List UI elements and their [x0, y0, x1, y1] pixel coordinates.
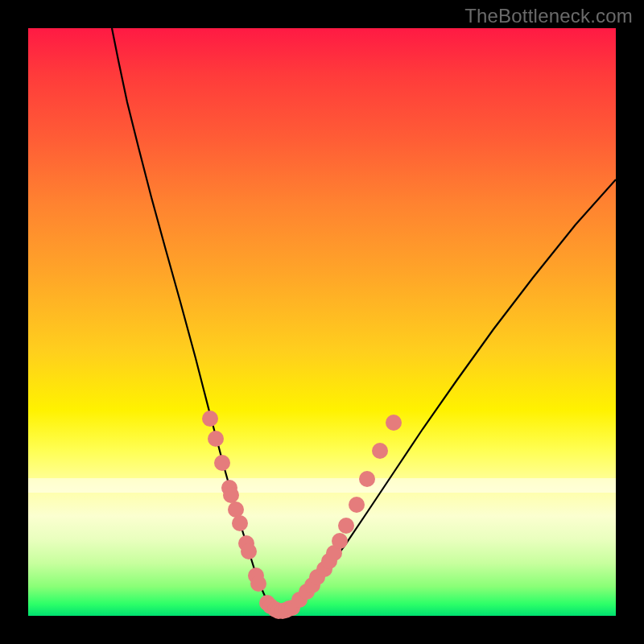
bottleneck-curve [112, 28, 616, 611]
plot-area [28, 28, 616, 616]
curve-marker [202, 411, 218, 427]
curve-marker [223, 487, 239, 503]
curve-marker [386, 415, 402, 431]
curve-marker [338, 518, 354, 534]
curve-marker [372, 443, 388, 459]
curve-marker [208, 431, 224, 447]
chart-svg [28, 28, 616, 616]
curve-marker [214, 455, 230, 471]
curve-marker [232, 515, 248, 531]
curve-marker [250, 576, 266, 592]
curve-marker [241, 543, 257, 559]
chart-frame: TheBottleneck.com [0, 0, 644, 644]
watermark-text: TheBottleneck.com [464, 5, 633, 27]
curve-marker [349, 497, 365, 513]
curve-marker [359, 471, 375, 487]
curve-marker [332, 533, 348, 549]
curve-marker-group [202, 411, 402, 619]
curve-marker [228, 502, 244, 518]
